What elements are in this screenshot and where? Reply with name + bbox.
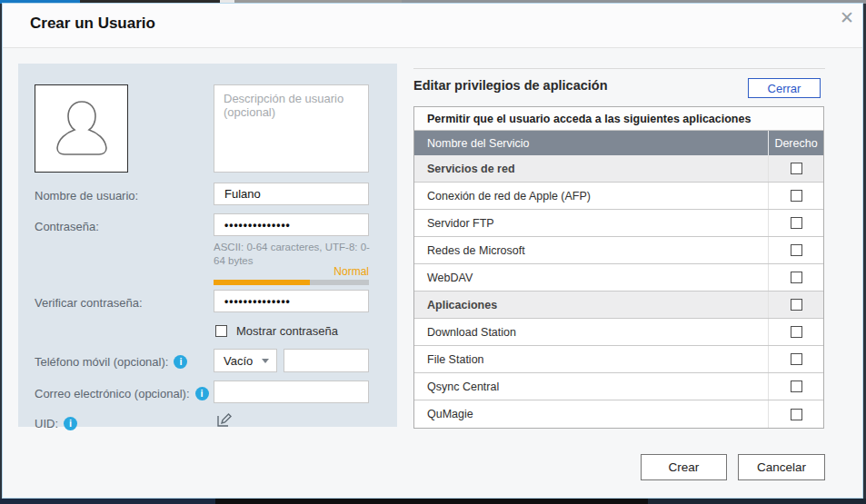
permission-checkbox[interactable] — [791, 163, 802, 174]
phone-select-value: Vacío — [224, 354, 253, 368]
service-name: QuMagie — [414, 400, 769, 428]
chrome-strip-segment — [648, 499, 866, 504]
service-name: Servidor FTP — [414, 210, 769, 236]
permission-checkbox[interactable] — [791, 190, 802, 202]
derecho-cell — [769, 292, 823, 318]
table-row: Conexión de red de Apple (AFP) — [414, 183, 823, 210]
table-row: File Station — [414, 346, 823, 373]
info-icon[interactable]: i — [195, 387, 209, 400]
screen: Crear un Usuario ✕ Nombre de usuario: Co… — [0, 0, 866, 504]
derecho-cell — [769, 346, 823, 372]
table-caption: Permitir que el usuario acceda a las sig… — [414, 107, 823, 131]
uid-label: UID:i — [35, 416, 77, 430]
table-row: Servicios de red — [414, 155, 823, 183]
privileges-title: Editar privilegios de aplicación — [413, 78, 608, 93]
email-input[interactable] — [214, 380, 369, 403]
service-name: Qsync Central — [414, 373, 769, 400]
permission-checkbox[interactable] — [791, 326, 802, 338]
column-header-service: Nombre del Servicio — [414, 131, 769, 155]
verify-password-input[interactable] — [214, 290, 369, 312]
password-strength-label: Normal — [214, 265, 369, 278]
password-hint: ASCII: 0-64 caracteres, UTF-8: 0-64 byte… — [214, 241, 370, 268]
username-label: Nombre de usuario: — [35, 188, 138, 203]
table-row: Redes de Microsoft — [414, 237, 823, 264]
permission-checkbox[interactable] — [791, 217, 802, 229]
cerrar-button[interactable]: Cerrar — [748, 78, 821, 98]
service-name: Download Station — [414, 319, 769, 345]
permission-checkbox[interactable] — [791, 409, 802, 420]
service-name: WebDAV — [414, 264, 769, 291]
edit-uid-icon[interactable] — [216, 412, 233, 431]
permission-checkbox[interactable] — [791, 380, 802, 392]
column-header-right: Derecho — [769, 131, 823, 155]
phone-input[interactable] — [284, 349, 369, 372]
chrome-strip-segment — [215, 499, 648, 504]
permission-checkbox[interactable] — [791, 244, 802, 256]
password-strength-fill — [214, 280, 310, 285]
derecho-cell — [769, 400, 823, 428]
page-title: Crear un Usuario — [30, 15, 155, 33]
derecho-cell — [769, 237, 823, 263]
info-icon[interactable]: i — [64, 417, 77, 430]
derecho-cell — [769, 210, 823, 236]
derecho-cell — [769, 373, 823, 400]
username-input[interactable] — [214, 183, 369, 205]
table-row: Qsync Central — [414, 373, 823, 400]
show-password-label: Mostrar contraseña — [236, 324, 338, 338]
phone-label: Teléfono móvil (opcional):i — [35, 354, 187, 369]
table-header-row: Nombre del Servicio Derecho — [414, 131, 823, 155]
table-body: Servicios de redConexión de red de Apple… — [414, 155, 823, 428]
derecho-cell — [769, 155, 823, 182]
divider — [413, 68, 825, 69]
table-row: Aplicaciones — [414, 292, 823, 319]
table-row: WebDAV — [414, 264, 823, 292]
verify-password-label: Verificar contraseña: — [35, 295, 143, 310]
table-row: Download Station — [414, 319, 823, 346]
derecho-cell — [769, 183, 823, 209]
password-strength-bar — [214, 280, 369, 285]
password-label: Contraseña: — [35, 219, 99, 233]
service-name: Aplicaciones — [414, 292, 769, 318]
permission-checkbox[interactable] — [791, 272, 802, 283]
cancel-button[interactable]: Cancelar — [738, 454, 825, 480]
table-row: QuMagie — [414, 400, 823, 428]
service-name: Servicios de red — [414, 155, 769, 182]
derecho-cell — [769, 319, 823, 345]
create-button[interactable]: Crear — [641, 454, 727, 480]
service-name: Conexión de red de Apple (AFP) — [414, 183, 769, 209]
permission-checkbox[interactable] — [791, 353, 802, 365]
service-name: Redes de Microsoft — [414, 237, 769, 263]
password-input[interactable] — [214, 213, 369, 236]
privileges-table: Permitir que el usuario acceda a las sig… — [413, 106, 824, 429]
chevron-down-icon — [262, 359, 269, 363]
permission-checkbox[interactable] — [791, 299, 802, 311]
close-icon[interactable]: ✕ — [836, 7, 858, 28]
show-password-checkbox[interactable] — [215, 325, 227, 337]
user-avatar-icon — [54, 96, 110, 162]
description-input[interactable] — [214, 84, 369, 173]
info-icon[interactable]: i — [174, 355, 187, 369]
derecho-cell — [769, 264, 823, 291]
service-name: File Station — [414, 346, 769, 372]
avatar[interactable] — [35, 84, 128, 173]
email-label: Correo electrónico (opcional):i — [35, 386, 209, 400]
phone-country-select[interactable]: Vacío — [214, 349, 277, 372]
chrome-strip-segment — [0, 499, 215, 504]
table-row: Servidor FTP — [414, 210, 823, 237]
